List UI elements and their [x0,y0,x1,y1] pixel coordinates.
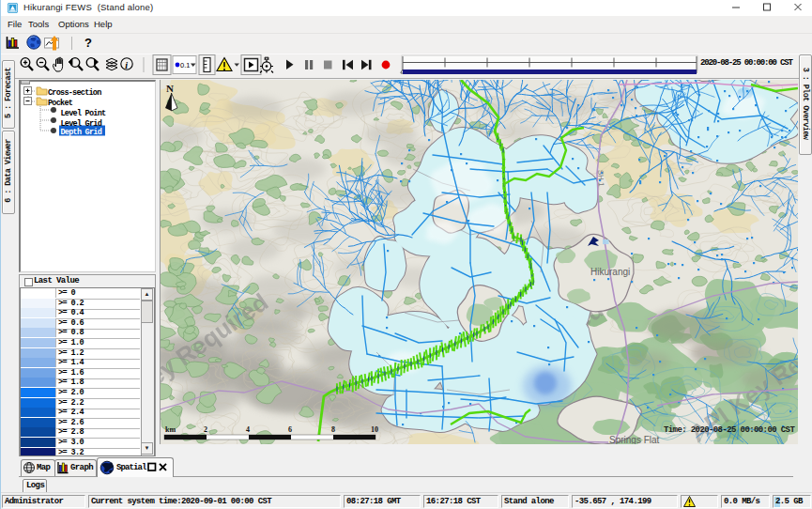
svg-text:Depth Grid: Depth Grid [61,128,102,137]
svg-text:6: 6 [288,425,292,434]
svg-text:SH 1: SH 1 [596,170,605,188]
svg-text:10: 10 [371,425,378,434]
svg-text:Springs Flat: Springs Flat [609,435,660,444]
svg-text:8: 8 [331,425,335,434]
svg-text:Cross-section: Cross-section [48,88,101,98]
svg-text:i: i [125,60,128,70]
svg-text:km: km [165,425,176,434]
svg-text:Hikurangi: Hikurangi [590,267,630,277]
svg-text:0.1: 0.1 [180,61,190,69]
svg-text:4: 4 [246,425,250,434]
svg-text:N: N [166,83,174,94]
svg-text:Pocket: Pocket [48,99,73,108]
svg-text:Level Point: Level Point [61,109,107,118]
svg-text:2: 2 [204,425,207,434]
svg-text:Time: 2020-08-25 00:00:00 CST: Time: 2020-08-25 00:00:00 CST [664,425,795,435]
